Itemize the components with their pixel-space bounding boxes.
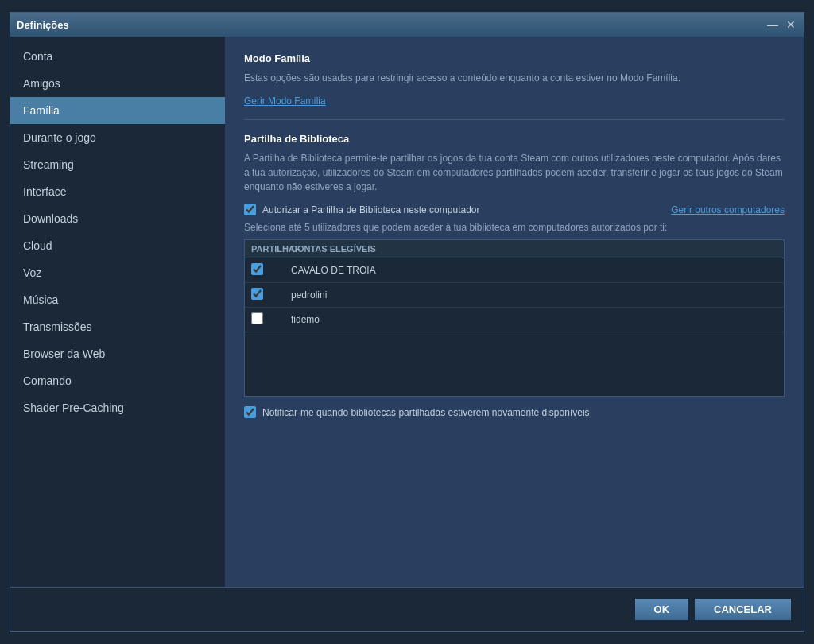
table-row: pedrolini [245, 283, 784, 308]
table-body: CAVALO DE TROIA pedrolini fidemo [245, 258, 784, 396]
row1-name: CAVALO DE TROIA [291, 265, 777, 276]
sidebar-item-voz[interactable]: Voz [10, 259, 225, 286]
row3-checkbox[interactable] [251, 312, 263, 324]
section-divider [244, 119, 785, 120]
notify-row: Notificar-me quando bibliotecas partilha… [244, 406, 785, 418]
settings-dialog: Definições — ✕ Conta Amigos Família Dura… [10, 12, 804, 632]
table-header: PARTILHAF CONTAS ELEGÍVEIS [245, 240, 784, 258]
authorize-row: Autorizar a Partilha de Biblioteca neste… [244, 204, 785, 215]
content-area: Conta Amigos Família Durante o jogo Stre… [10, 37, 804, 587]
table-row: CAVALO DE TROIA [245, 258, 784, 283]
header-col-contas: CONTAS ELEGÍVEIS [291, 244, 777, 254]
ok-button[interactable]: OK [635, 599, 689, 620]
cancel-button[interactable]: CANCELAR [695, 599, 791, 620]
sidebar-item-cloud[interactable]: Cloud [10, 232, 225, 259]
sidebar-item-downloads[interactable]: Downloads [10, 205, 225, 232]
dialog-title: Definições [17, 19, 69, 31]
sidebar-item-musica[interactable]: Música [10, 286, 225, 313]
main-panel: Modo Família Estas opções são usadas par… [225, 37, 804, 587]
users-desc: Seleciona até 5 utilizadores que podem a… [244, 222, 785, 233]
sidebar-item-streaming[interactable]: Streaming [10, 151, 225, 178]
sidebar-item-shader[interactable]: Shader Pre-Caching [10, 394, 225, 421]
authorize-label: Autorizar a Partilha de Biblioteca neste… [262, 204, 480, 215]
header-col-partilhaf: PARTILHAF [251, 244, 291, 254]
users-table: PARTILHAF CONTAS ELEGÍVEIS CAVALO DE TRO… [244, 239, 785, 397]
manage-computers-link[interactable]: Gerir outros computadores [671, 204, 785, 215]
partilha-desc: A Partilha de Biblioteca permite-te part… [244, 151, 785, 194]
notify-label: Notificar-me quando bibliotecas partilha… [262, 407, 590, 418]
sidebar-item-familia[interactable]: Família [10, 97, 225, 124]
footer: OK CANCELAR [10, 587, 804, 631]
title-bar: Definições — ✕ [10, 13, 804, 37]
sidebar-item-durante[interactable]: Durante o jogo [10, 124, 225, 151]
sidebar-item-transmissoes[interactable]: Transmissões [10, 313, 225, 340]
minimize-button[interactable]: — [766, 19, 780, 30]
row1-check-cell [251, 263, 291, 277]
sidebar: Conta Amigos Família Durante o jogo Stre… [10, 37, 225, 587]
row2-checkbox[interactable] [251, 288, 263, 300]
row2-check-cell [251, 288, 291, 302]
notify-checkbox[interactable] [244, 406, 256, 418]
table-row: fidemo [245, 308, 784, 332]
modo-familia-title: Modo Família [244, 52, 785, 64]
gerir-modo-familia-link[interactable]: Gerir Modo Família [244, 95, 326, 107]
sidebar-item-interface[interactable]: Interface [10, 178, 225, 205]
authorize-checkbox[interactable] [244, 204, 256, 215]
modo-familia-desc: Estas opções são usadas para restringir … [244, 71, 785, 85]
row1-checkbox[interactable] [251, 263, 263, 275]
sidebar-item-conta[interactable]: Conta [10, 43, 225, 70]
partilha-title: Partilha de Biblioteca [244, 133, 785, 145]
close-button[interactable]: ✕ [785, 19, 797, 30]
row2-name: pedrolini [291, 289, 777, 301]
title-bar-buttons: — ✕ [766, 19, 797, 30]
sidebar-item-amigos[interactable]: Amigos [10, 70, 225, 97]
sidebar-item-browser[interactable]: Browser da Web [10, 340, 225, 367]
row3-check-cell [251, 312, 291, 327]
row3-name: fidemo [291, 314, 777, 325]
sidebar-item-comando[interactable]: Comando [10, 367, 225, 394]
